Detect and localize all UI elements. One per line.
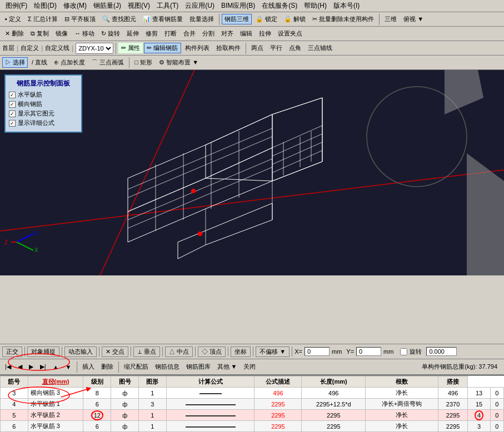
btn-parallel[interactable]: 平行 [267, 43, 285, 53]
btn-perpendicular[interactable]: ⊥ 垂点 [133, 346, 160, 357]
btn-nav-prev[interactable]: ◀ [15, 362, 25, 371]
btn-two-point[interactable]: 两点 [248, 43, 266, 53]
btn-object-snap[interactable]: 对象捕捉 [27, 346, 59, 357]
btn-pick-comp[interactable]: 拾取构件 [213, 43, 243, 53]
btn-define[interactable]: ▪ 定义 [2, 14, 24, 24]
btn-pingqi[interactable]: ⊟ 平齐板顶 [62, 14, 98, 24]
btn-three-point-aux[interactable]: 三点辅线 [305, 43, 335, 53]
btn-line[interactable]: / 直线 [29, 57, 50, 68]
panel-item-horizontal[interactable]: ✓ 水平纵筋 [9, 91, 78, 99]
cell-count: 4 [468, 410, 490, 421]
table-row[interactable]: 3 横向钢筋 3 8 ф 1 496 496 净长 496 13 0 [1, 388, 504, 399]
rebar-display-panel: 钢筋显示控制面板 ✓ 水平纵筋 ✓ 横向钢筋 ✓ 显示其它图元 ✓ 显示详细公式 [4, 74, 82, 133]
btn-copy[interactable]: ⧉ 复制 [28, 28, 52, 39]
menu-item-gongju[interactable]: 工具(T) [153, 0, 182, 12]
btn-combine[interactable]: 合并 [181, 28, 198, 39]
btn-orthogonal[interactable]: 正交 [2, 346, 22, 357]
menu-item-gangjinliang[interactable]: 钢筋量(J) [90, 0, 124, 12]
btn-3d[interactable]: 三维 [382, 14, 400, 24]
btn-vertex[interactable]: ◇ 顶点 [198, 346, 226, 357]
btn-close[interactable]: 关闭 [241, 361, 258, 372]
code-select[interactable]: ZDYX-10 [76, 43, 113, 54]
btn-edit[interactable]: 编辑 [237, 28, 255, 39]
x-input[interactable] [305, 347, 330, 356]
menu-item-zaixianfuwu[interactable]: 在线服务(S) [258, 0, 301, 12]
btn-select[interactable]: ▷ 选择 [2, 57, 28, 68]
btn-split[interactable]: 分割 [199, 28, 217, 39]
btn-unlock[interactable]: 🔓 解锁 [281, 14, 308, 24]
menu-item-bimyingyong[interactable]: BIM应用(B) [218, 0, 258, 12]
rotate-input[interactable] [426, 347, 457, 356]
btn-rebar-info[interactable]: 钢筋信息 [152, 361, 182, 372]
btn-settings[interactable]: 设置夹点 [275, 28, 305, 39]
btn-attr[interactable]: ✏ 属性 [118, 43, 143, 53]
btn-extend[interactable]: 延伸 [124, 28, 142, 39]
btn-fushi[interactable]: 俯视 ▼ [401, 14, 426, 24]
cb-formula[interactable]: ✓ [9, 120, 16, 127]
cb-transverse[interactable]: ✓ [9, 101, 16, 108]
menu-item-yunyingyong[interactable]: 云应用(U) [182, 0, 218, 12]
btn-no-offset[interactable]: 不偏移 ▼ [256, 346, 290, 357]
btn-打断[interactable]: 打断 [162, 28, 179, 39]
btn-rect[interactable]: □ 矩形 [132, 57, 155, 68]
btn-rebar-gallery[interactable]: 钢筋图库 [183, 361, 213, 372]
btn-lashen[interactable]: 拉伸 [256, 28, 274, 39]
menu-item-bangzhu[interactable]: 帮助(H) [301, 0, 330, 12]
btn-nav-down[interactable]: ▼ [63, 363, 74, 371]
btn-lock[interactable]: 🔒 锁定 [253, 14, 280, 24]
btn-insert[interactable]: 插入 [79, 361, 97, 372]
btn-find[interactable]: 🔍 查找图元 [99, 14, 139, 24]
btn-rotate[interactable]: ↻ 旋转 [98, 28, 123, 39]
cell-grade: ф [111, 410, 139, 421]
btn-scale-config[interactable]: 缩尺配筋 [121, 361, 151, 372]
btn-calc[interactable]: Σ 汇总计算 [25, 14, 61, 24]
btn-nav-next[interactable]: ▶ [26, 362, 36, 371]
panel-item-transverse[interactable]: ✓ 横向钢筋 [9, 100, 78, 108]
cb-horizontal[interactable]: ✓ [9, 92, 16, 98]
btn-delete[interactable]: ✕ 删除 [2, 28, 27, 39]
btn-view-rebar[interactable]: 📊 查看钢筋量 [140, 14, 186, 24]
btn-dynamic-input[interactable]: 动态输入 [64, 346, 97, 357]
rotate-checkbox[interactable] [400, 348, 407, 355]
btn-del-row[interactable]: 删除 [98, 361, 116, 372]
btn-move[interactable]: ↔ 移动 [72, 28, 97, 39]
btn-point-len[interactable]: ⊕ 点加长度 [51, 57, 88, 68]
btn-nav-up[interactable]: ▲ [50, 363, 62, 371]
y-input[interactable] [356, 347, 381, 356]
panel-item-formula[interactable]: ✓ 显示详细公式 [9, 119, 78, 127]
menu-item-shitu[interactable]: 视图(V) [124, 0, 153, 12]
btn-modify[interactable]: 修剪 [143, 28, 161, 39]
sep-b1 [77, 361, 77, 373]
btn-mirror[interactable]: 镜像 [53, 28, 71, 39]
btn-midpoint[interactable]: △ 中点 [165, 346, 193, 357]
menu-item-banbenhhao[interactable]: 版本号(I) [330, 0, 363, 12]
sep-s6 [195, 346, 196, 356]
table-row[interactable]: 5 水平纵筋 2 12 ф 1 2295 2295 净长 2295 4 0 [1, 410, 504, 421]
btn-batch-delete[interactable]: ✂ 批量删除未使用构件 [310, 14, 377, 24]
btn-align[interactable]: 对齐 [218, 28, 236, 39]
th-desc: 公式描述 [255, 376, 302, 388]
menu-item-xiugai[interactable]: 修改(M) [60, 0, 90, 12]
toolbar4: ▷ 选择 / 直线 ⊕ 点加长度 ⌒ 三点画弧 □ 矩形 ⚙ 智能布置 ▼ [0, 56, 504, 70]
btn-three-arc[interactable]: ⌒ 三点画弧 [89, 57, 127, 68]
menu-item-tuli[interactable]: 图例(F) [2, 0, 31, 12]
btn-point-angle[interactable]: 点角 [286, 43, 304, 53]
btn-smart[interactable]: ⚙ 智能布置 ▼ [156, 57, 201, 68]
btn-comp-list[interactable]: 构件列表 [182, 43, 212, 53]
btn-rebar-3d[interactable]: 钢筋三维 [222, 14, 252, 24]
panel-item-other[interactable]: ✓ 显示其它图元 [9, 109, 78, 118]
btn-nav-last[interactable]: ▶| [37, 362, 49, 371]
btn-batch-select[interactable]: 批量选择 [187, 14, 217, 24]
table-area[interactable]: 筋号 直径(mm) 级别 图号 图形 计算公式 公式描述 长度(mm) 根数 搭… [0, 375, 504, 432]
menu-item-huitu[interactable]: 绘图(D) [31, 0, 60, 12]
cb-other[interactable]: ✓ [9, 110, 16, 117]
btn-coord[interactable]: 坐标 [231, 346, 251, 357]
btn-intersection[interactable]: ✕ 交点 [102, 346, 128, 357]
table-row[interactable]: 4 水平纵筋 1 6 ф 3 2295 2295+12.5*d 净长+两倍弯钩 … [1, 399, 504, 410]
btn-other[interactable]: 其他 ▼ [214, 361, 240, 372]
viewport[interactable]: Y X Z 钢筋显示控制面板 ✓ 水平纵筋 ✓ 横向钢筋 ✓ 显示其它图元 [0, 70, 504, 275]
panel-title: 钢筋显示控制面板 [9, 79, 78, 88]
btn-edit-rebar[interactable]: ✏ 编辑钢筋 [144, 43, 181, 53]
btn-nav-first[interactable]: |◀ [2, 362, 14, 371]
table-row[interactable]: 6 水平纵筋 3 6 ф 1 2295 2295 净长 2295 3 0 [1, 421, 504, 432]
